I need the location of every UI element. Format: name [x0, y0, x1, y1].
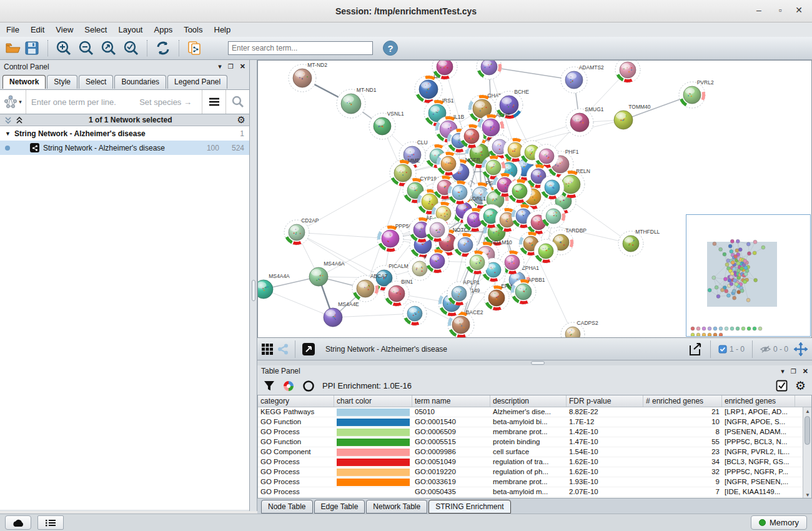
task-history-button[interactable]	[37, 515, 64, 530]
table-row[interactable]: GO FunctionGO:0005515protein binding1.47…	[258, 437, 811, 447]
splitter-grip[interactable]	[531, 361, 545, 365]
network-node[interactable]	[540, 176, 564, 199]
help-icon[interactable]: ?	[383, 41, 398, 56]
string-term-input[interactable]: Enter one term per line. Set species →	[26, 90, 202, 114]
ring-chart-icon[interactable]	[302, 380, 315, 392]
panel-splitter[interactable]	[250, 60, 257, 511]
network-node-mthfdll[interactable]: MTHFDLL	[618, 229, 660, 256]
zoom-in-button[interactable]	[54, 39, 73, 57]
tab-network-table[interactable]: Network Table	[366, 500, 427, 514]
column-header-category[interactable]: category	[258, 395, 334, 407]
string-search-button[interactable]	[225, 90, 249, 114]
network-node-cadps2[interactable]: CADPS2	[561, 320, 598, 337]
network-node-cd2ap[interactable]: CD2AP	[284, 217, 319, 245]
string-options-button[interactable]	[202, 90, 225, 114]
network-node[interactable]	[534, 239, 558, 263]
open-in-browser-icon[interactable]	[302, 342, 315, 356]
menu-view[interactable]: View	[56, 25, 73, 34]
birds-eye-toggle-icon[interactable]	[793, 342, 808, 357]
export-network-icon[interactable]	[688, 342, 703, 357]
panel-float-icon[interactable]: ❐	[228, 63, 234, 70]
maximize-button[interactable]: ▫	[771, 5, 790, 17]
table-row[interactable]: GO ComponentGO:0009986cell surface1.54E-…	[258, 447, 811, 457]
copy-network-button[interactable]	[186, 39, 204, 57]
tab-style[interactable]: Style	[47, 75, 77, 89]
menu-layout[interactable]: Layout	[118, 25, 142, 34]
network-row-selected[interactable]: String Network - Alzheimer's disease 100…	[0, 141, 249, 155]
grid-view-icon[interactable]	[261, 343, 274, 355]
hidden-eye-icon[interactable]	[760, 345, 771, 354]
table-settings-gear-icon[interactable]: ⚙	[795, 379, 806, 393]
network-node-adamts2[interactable]: ADAMTS2	[561, 64, 604, 93]
zoom-selected-button[interactable]	[122, 39, 141, 57]
tree-expander-icon[interactable]: ▼	[5, 131, 11, 137]
collapse-all-icon[interactable]	[4, 116, 12, 124]
network-canvas[interactable]: MT-ND2MT-ND1VSNL1GAB2IRS1CHATBCHEACHEIL1…	[257, 60, 812, 338]
scrollbar-thumb[interactable]	[805, 416, 810, 445]
network-node[interactable]	[477, 61, 502, 79]
column-header-description[interactable]: description	[490, 395, 567, 407]
column-header--enriched-genes[interactable]: # enriched genes	[643, 395, 722, 407]
network-node[interactable]	[403, 302, 427, 325]
network-navigator[interactable]	[686, 214, 811, 337]
filter-icon[interactable]	[264, 380, 275, 392]
table-row[interactable]: GO FunctionGO:0001540beta-amyloid bi...1…	[258, 417, 811, 427]
panel-float-icon[interactable]: ❐	[791, 368, 796, 375]
tab-boundaries[interactable]: Boundaries	[114, 75, 166, 89]
tab-edge-table[interactable]: Edge Table	[314, 500, 365, 514]
expand-all-icon[interactable]	[15, 116, 24, 124]
column-header-term-name[interactable]: term name	[412, 395, 490, 407]
tab-network[interactable]: Network	[2, 75, 46, 89]
table-row[interactable]: GO ProcessGO:0006509membrane prot...1.42…	[258, 427, 811, 437]
menu-file[interactable]: File	[6, 25, 19, 34]
menu-edit[interactable]: Edit	[31, 25, 44, 34]
network-collection-row[interactable]: ▼ String Network - Alzheimer's disease 1	[0, 126, 249, 141]
save-session-button[interactable]	[22, 39, 41, 57]
tab-node-table[interactable]: Node Table	[261, 500, 313, 514]
enrichment-chart-icon[interactable]	[282, 380, 295, 392]
network-node[interactable]	[508, 179, 532, 203]
table-row[interactable]: KEGG Pathways05010Alzheimer's dise...8.8…	[258, 407, 811, 417]
select-rows-icon[interactable]	[776, 380, 788, 392]
panel-menu-icon[interactable]: ▾	[781, 367, 785, 375]
table-row[interactable]: GO ProcessGO:0051049regulation of tra...…	[258, 457, 811, 467]
column-header-enriched-genes[interactable]: enriched genes	[722, 395, 795, 407]
network-node-ms4a4a[interactable]: MS4A4A	[258, 273, 290, 299]
network-node-ppp5c[interactable]: PPP5C	[377, 223, 413, 252]
network-node-vsnl1[interactable]: VSNL1	[369, 111, 404, 139]
menu-tools[interactable]: Tools	[184, 25, 202, 34]
table-scrollbar[interactable]: ▲ ▼	[803, 407, 811, 499]
zoom-out-button[interactable]	[77, 39, 96, 57]
network-node[interactable]	[425, 249, 449, 273]
network-node-mt-nd1[interactable]: MT-ND1	[337, 87, 377, 118]
search-input[interactable]	[228, 41, 373, 55]
table-panel-splitter[interactable]	[257, 360, 812, 365]
network-options-gear-icon[interactable]: ⚙	[237, 114, 245, 126]
panel-close-icon[interactable]: ✕	[803, 367, 808, 375]
scroll-up-icon[interactable]: ▲	[805, 409, 811, 414]
splitter-grip[interactable]	[252, 280, 255, 301]
string-logo-icon[interactable]: ▾	[0, 90, 26, 114]
panel-menu-icon[interactable]: ▾	[218, 62, 222, 71]
menu-help[interactable]: Help	[214, 25, 231, 34]
table-row[interactable]: GO ProcessGO:0050435beta-amyloid m...2.0…	[258, 487, 811, 497]
scroll-down-icon[interactable]: ▼	[805, 492, 811, 498]
network-node[interactable]	[460, 124, 483, 148]
selected-checkbox-icon[interactable]	[718, 345, 727, 354]
tab-select[interactable]: Select	[79, 75, 113, 89]
network-node-pvrl2[interactable]: PVRL2	[679, 79, 714, 108]
set-species-label[interactable]: Set species →	[139, 97, 197, 107]
tab-string-enrichment[interactable]: STRING Enrichment	[428, 500, 510, 514]
network-node[interactable]	[425, 218, 449, 242]
network-node-mt-nd2[interactable]: MT-ND2	[289, 62, 327, 92]
refresh-network-button[interactable]	[154, 39, 172, 57]
close-button[interactable]: ✕	[790, 5, 808, 17]
minimize-button[interactable]: –	[750, 5, 768, 17]
open-session-button[interactable]	[4, 39, 22, 57]
memory-button[interactable]: Memory	[751, 515, 807, 530]
table-row[interactable]: GO ProcessGO:0019220regulation of ph...1…	[258, 467, 811, 477]
zoom-fit-button[interactable]	[99, 39, 118, 57]
column-header-FDR-p-value[interactable]: FDR p-value	[567, 395, 643, 407]
tab-legend-panel[interactable]: Legend Panel	[167, 75, 227, 89]
share-view-icon[interactable]	[277, 344, 289, 355]
